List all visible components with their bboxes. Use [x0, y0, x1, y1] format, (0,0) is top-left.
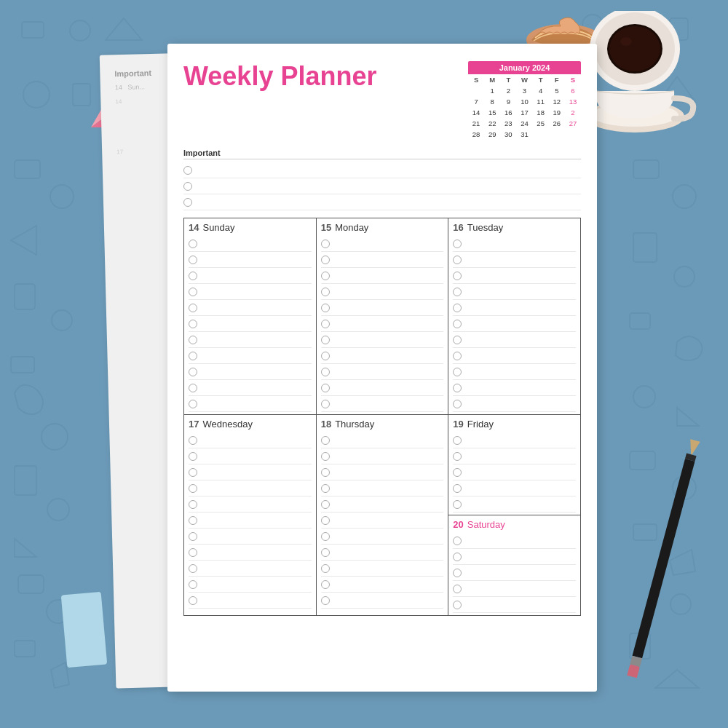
checkbox-circle[interactable] — [321, 484, 330, 493]
checkbox-circle[interactable] — [453, 240, 462, 248]
wednesday-rows — [189, 432, 312, 609]
checkbox-circle[interactable] — [321, 336, 330, 344]
checkbox-circle[interactable] — [453, 320, 462, 328]
checkbox-circle[interactable] — [189, 352, 197, 360]
cal-day-s1: S — [468, 74, 484, 85]
checkbox-circle[interactable] — [189, 288, 197, 296]
checkbox-circle[interactable] — [453, 468, 462, 477]
checkbox-circle[interactable] — [189, 580, 197, 589]
checkbox-circle[interactable] — [453, 336, 462, 344]
checkbox-circle[interactable] — [453, 537, 462, 545]
checkbox-circle[interactable] — [321, 368, 330, 376]
checkbox-circle[interactable] — [321, 500, 330, 509]
checkbox-circle[interactable] — [453, 500, 462, 509]
day-name-sunday: Sunday — [202, 222, 234, 233]
task-row — [321, 316, 444, 332]
mini-calendar: January 2024 S M T W T F S — [468, 61, 581, 140]
task-row — [321, 561, 444, 577]
day-number-15: 15 — [321, 222, 331, 233]
cal-cell: 27 — [565, 118, 581, 129]
task-row — [453, 268, 576, 284]
checkbox-circle[interactable] — [453, 368, 462, 376]
cal-day-f: F — [549, 74, 565, 85]
checkbox-circle[interactable] — [453, 484, 462, 493]
checkbox-circle[interactable] — [453, 553, 462, 561]
checkbox-circle[interactable] — [453, 585, 462, 593]
checkbox-circle[interactable] — [321, 240, 330, 248]
checkbox-circle[interactable] — [453, 400, 462, 408]
task-row — [453, 565, 576, 581]
checkbox-circle[interactable] — [189, 532, 197, 541]
important-row-2 — [183, 178, 581, 194]
checkbox-circle[interactable] — [321, 548, 330, 557]
task-row — [321, 236, 444, 252]
checkbox-circle[interactable] — [189, 500, 197, 509]
important-label: Important — [183, 149, 581, 159]
checkbox-circle[interactable] — [453, 352, 462, 360]
checkbox-circle[interactable] — [183, 166, 192, 175]
task-row — [453, 448, 576, 464]
checkbox-circle[interactable] — [321, 288, 330, 296]
checkbox-circle[interactable] — [189, 436, 197, 445]
checkbox-circle[interactable] — [189, 452, 197, 461]
checkbox-circle[interactable] — [321, 436, 330, 445]
checkbox-circle[interactable] — [321, 400, 330, 408]
checkbox-circle[interactable] — [321, 532, 330, 541]
checkbox-circle[interactable] — [189, 400, 197, 408]
cal-cell: 19 — [549, 107, 565, 118]
checkbox-circle[interactable] — [189, 596, 197, 605]
day-number-17: 17 — [189, 419, 199, 430]
task-row — [321, 593, 444, 609]
checkbox-circle[interactable] — [189, 320, 197, 328]
checkbox-circle[interactable] — [183, 182, 192, 191]
checkbox-circle[interactable] — [189, 336, 197, 344]
svg-marker-18 — [15, 539, 36, 557]
checkbox-circle[interactable] — [321, 596, 330, 605]
checkbox-circle[interactable] — [189, 256, 197, 264]
checkbox-circle[interactable] — [453, 601, 462, 609]
checkbox-circle[interactable] — [321, 304, 330, 312]
svg-rect-22 — [633, 160, 659, 178]
checkbox-circle[interactable] — [321, 564, 330, 573]
checkbox-circle[interactable] — [453, 384, 462, 392]
checkbox-circle[interactable] — [189, 368, 197, 376]
day-number-19: 19 — [453, 419, 463, 430]
days-row-2: 17 Wednesday 18 Thursday — [183, 415, 581, 616]
checkbox-circle[interactable] — [189, 240, 197, 248]
checkbox-circle[interactable] — [183, 198, 192, 207]
checkbox-circle[interactable] — [321, 320, 330, 328]
checkbox-circle[interactable] — [189, 384, 197, 392]
checkbox-circle[interactable] — [321, 452, 330, 461]
checkbox-circle[interactable] — [321, 256, 330, 264]
checkbox-circle[interactable] — [189, 272, 197, 280]
checkbox-circle[interactable] — [189, 484, 197, 493]
day-header-saturday: 20 Saturday — [453, 519, 576, 530]
checkbox-circle[interactable] — [321, 468, 330, 477]
checkbox-circle[interactable] — [189, 564, 197, 573]
checkbox-circle[interactable] — [321, 272, 330, 280]
task-row — [321, 448, 444, 464]
checkbox-circle[interactable] — [453, 304, 462, 312]
task-row — [189, 464, 312, 480]
task-row — [321, 529, 444, 545]
checkbox-circle[interactable] — [321, 516, 330, 525]
checkbox-circle[interactable] — [453, 256, 462, 264]
checkbox-circle[interactable] — [321, 580, 330, 589]
svg-rect-0 — [22, 22, 44, 38]
checkbox-circle[interactable] — [189, 548, 197, 557]
task-row — [321, 300, 444, 316]
checkbox-circle[interactable] — [453, 288, 462, 296]
checkbox-circle[interactable] — [189, 304, 197, 312]
day-header-monday: 15 Monday — [321, 222, 444, 233]
checkbox-circle[interactable] — [189, 516, 197, 525]
checkbox-circle[interactable] — [321, 352, 330, 360]
checkbox-circle[interactable] — [189, 468, 197, 477]
checkbox-circle[interactable] — [453, 436, 462, 445]
checkbox-circle[interactable] — [453, 452, 462, 461]
checkbox-circle[interactable] — [321, 384, 330, 392]
checkbox-circle[interactable] — [453, 569, 462, 577]
svg-rect-14 — [11, 357, 34, 373]
checkbox-circle[interactable] — [453, 272, 462, 280]
cal-cell: 5 — [549, 85, 565, 96]
calendar-body: 1 2 3 4 5 6 7 8 9 10 11 12 13 — [468, 85, 581, 140]
